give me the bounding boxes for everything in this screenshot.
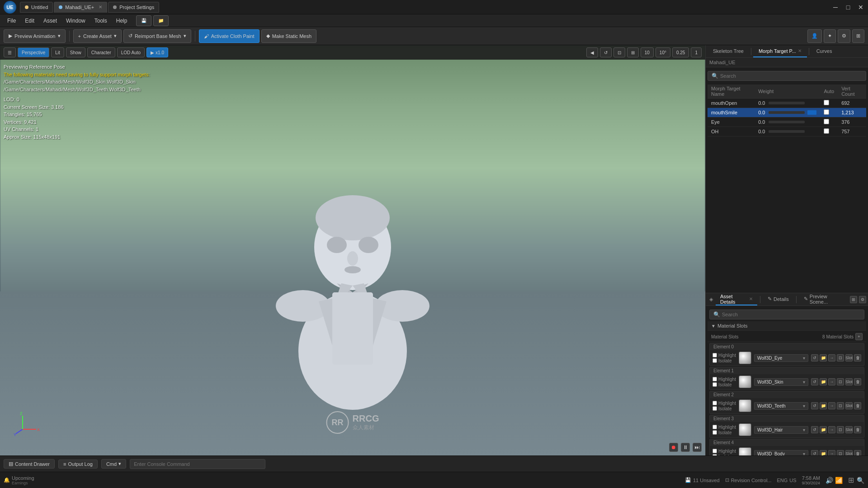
output-log-button[interactable]: ≡ Output Log <box>58 460 98 469</box>
mat-refresh-btn[interactable]: ↺ <box>811 354 818 361</box>
vp-ctrl-2[interactable]: ↺ <box>600 47 612 57</box>
tray-icon-2[interactable]: 📶 <box>835 477 843 484</box>
mat-copy-btn[interactable]: ⊡ <box>837 354 844 361</box>
morph-search-box[interactable]: 🔍 <box>708 71 866 81</box>
material-name-2[interactable]: Wolf3D_Teeth ▾ <box>754 402 808 410</box>
mat-delete-btn[interactable]: 🗑 <box>854 402 861 409</box>
morph-tab-close[interactable]: ✕ <box>798 48 802 53</box>
tab-settings[interactable]: Project Settings <box>108 2 159 13</box>
asset-details-close[interactable]: ✕ <box>749 296 753 301</box>
cmd-button[interactable]: Cmd ▾ <box>101 459 126 469</box>
material-slots-section[interactable]: ▼ Material Slots <box>708 321 866 331</box>
console-input[interactable] <box>130 459 265 469</box>
isolate-check-4[interactable]: Isolate <box>712 454 736 456</box>
star-icon-button[interactable]: ✦ <box>824 29 836 43</box>
search-taskbar-icon[interactable]: 🔍 <box>857 477 864 484</box>
upcoming-item[interactable]: 🔔 Upcoming Earnings <box>4 475 34 485</box>
lit-button[interactable]: Lit <box>51 47 64 57</box>
grid-view-button[interactable]: ⊞ <box>850 296 857 303</box>
highlight-check-0[interactable]: Highlight <box>712 353 736 358</box>
viewport[interactable]: ☰ Perspective Lit Show Character LOD Aut… <box>0 45 705 455</box>
mat-slot-btn[interactable]: Slot <box>845 426 853 433</box>
menu-window[interactable]: Window <box>62 16 89 25</box>
morph-row[interactable]: mouthOpen 0.0 692 <box>708 99 866 108</box>
play-speed-button[interactable]: ▶ x1.0 <box>146 47 168 57</box>
reimport-button[interactable]: ↺ Reimport Base Mesh ▾ <box>123 29 191 43</box>
isolate-check-0[interactable]: Isolate <box>712 358 736 363</box>
user-icon-button[interactable]: 👤 <box>807 29 822 43</box>
menu-asset[interactable]: Asset <box>40 16 61 25</box>
material-name-0[interactable]: Wolf3D_Eye ▾ <box>754 354 808 362</box>
mat-delete-btn[interactable]: 🗑 <box>854 354 861 361</box>
tab-asset-details[interactable]: Asset Details ✕ <box>716 293 757 305</box>
material-name-3[interactable]: Wolf3D_Hair ▾ <box>754 426 808 434</box>
isolate-check-2[interactable]: Isolate <box>712 406 736 411</box>
vp-ctrl-3[interactable]: ⊡ <box>613 47 625 57</box>
mat-arrow-btn[interactable]: → <box>828 378 835 385</box>
isolate-check-3[interactable]: Isolate <box>712 430 736 435</box>
asset-search-input[interactable] <box>722 312 860 317</box>
content-drawer-button[interactable]: ▤ Content Drawer <box>4 459 55 469</box>
vp-grid-button[interactable]: ⊞ <box>627 47 639 57</box>
mat-arrow-btn[interactable]: → <box>828 354 835 361</box>
vp-ctrl-1[interactable]: ◀ <box>586 47 598 57</box>
tab-curves[interactable]: Curves <box>811 45 838 57</box>
mat-copy-btn[interactable]: ⊡ <box>837 378 844 385</box>
preview-animation-button[interactable]: ▶ Preview Animation ▾ <box>4 29 66 43</box>
asset-search-box[interactable]: 🔍 <box>709 310 864 319</box>
toolbar-icon-save[interactable]: 💾 <box>136 15 151 26</box>
tab-morph-target[interactable]: Morph Target P... ✕ <box>753 45 807 57</box>
mat-arrow-btn[interactable]: → <box>828 450 835 455</box>
tab-details[interactable]: ✎ Details <box>763 293 793 305</box>
next-frame-button[interactable]: ⏭ <box>693 443 702 452</box>
mat-arrow-btn[interactable]: → <box>828 402 835 409</box>
vp-num1[interactable]: 10 <box>641 47 654 57</box>
isolate-check-1[interactable]: Isolate <box>712 382 736 387</box>
tab-mahadi[interactable]: Mahadi_UE+ ✕ <box>54 2 107 13</box>
toolbar-icon-folder[interactable]: 📁 <box>153 15 169 26</box>
mat-refresh-btn[interactable]: ↺ <box>811 378 818 385</box>
highlight-check-1[interactable]: Highlight <box>712 377 736 382</box>
mat-browse-btn[interactable]: 📁 <box>820 402 827 409</box>
menu-help[interactable]: Help <box>113 16 131 25</box>
vp-num3[interactable]: 0.25 <box>672 47 689 57</box>
menu-file[interactable]: File <box>4 16 19 25</box>
highlight-check-2[interactable]: Highlight <box>712 401 736 406</box>
mat-delete-btn[interactable]: 🗑 <box>854 378 861 385</box>
mat-arrow-btn[interactable]: → <box>828 426 835 433</box>
mat-delete-btn[interactable]: 🗑 <box>854 450 861 455</box>
material-name-1[interactable]: Wolf3D_Skin ▾ <box>754 378 808 386</box>
mat-delete-btn[interactable]: 🗑 <box>854 426 861 433</box>
morph-row[interactable]: OH 0.0 757 <box>708 127 866 136</box>
minimize-button[interactable]: ─ <box>832 4 839 11</box>
maximize-button[interactable]: □ <box>844 4 852 11</box>
mat-slot-btn[interactable]: Slot <box>845 378 853 385</box>
mat-browse-btn[interactable]: 📁 <box>820 354 827 361</box>
close-button[interactable]: ✕ <box>857 4 864 11</box>
pause-button[interactable]: ⏸ <box>681 443 690 452</box>
morph-row[interactable]: Eye 0.0 376 <box>708 117 866 127</box>
mat-browse-btn[interactable]: 📁 <box>820 426 827 433</box>
highlight-check-3[interactable]: Highlight <box>712 425 736 430</box>
viewport-menu-button[interactable]: ☰ <box>4 47 16 57</box>
unsaved-status[interactable]: 💾 11 Unsaved <box>685 477 720 483</box>
windows-start-icon[interactable]: ⊞ <box>848 476 854 484</box>
activate-cloth-button[interactable]: 🖌 Activate Cloth Paint <box>199 29 259 43</box>
mat-copy-btn[interactable]: ⊡ <box>837 402 844 409</box>
settings-icon-button[interactable]: ⚙ <box>838 29 850 43</box>
vp-num4[interactable]: 1 <box>691 47 702 57</box>
menu-tools[interactable]: Tools <box>91 16 111 25</box>
mat-browse-btn[interactable]: 📁 <box>820 450 827 455</box>
menu-edit[interactable]: Edit <box>21 16 38 25</box>
revision-status[interactable]: ⊡ Revision Control... <box>725 477 772 483</box>
mat-refresh-btn[interactable]: ↺ <box>811 450 818 455</box>
mat-copy-btn[interactable]: ⊡ <box>837 450 844 455</box>
material-name-4[interactable]: Wolf3D_Body ▾ <box>754 450 808 456</box>
mat-browse-btn[interactable]: 📁 <box>820 378 827 385</box>
tab-skeleton-tree[interactable]: Skeleton Tree <box>708 45 749 57</box>
record-button[interactable]: ⏺ <box>669 443 678 452</box>
mat-refresh-btn[interactable]: ↺ <box>811 402 818 409</box>
create-asset-button[interactable]: + Create Asset ▾ <box>73 29 122 43</box>
tray-icon-1[interactable]: 🔊 <box>826 477 833 484</box>
mat-slot-btn[interactable]: Slot <box>845 450 853 455</box>
